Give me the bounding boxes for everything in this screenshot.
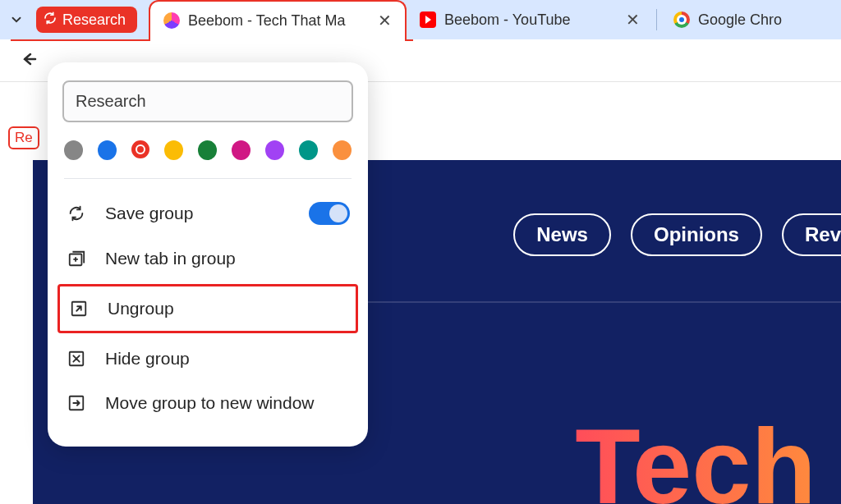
swatch-red-selected[interactable] bbox=[131, 140, 149, 158]
swatch-pink[interactable] bbox=[232, 140, 250, 160]
tabgroup-context-menu: Save group New tab in group Ungroup Hide… bbox=[48, 62, 368, 447]
menu-label: Save group bbox=[105, 204, 193, 223]
hero-divider bbox=[361, 301, 841, 303]
save-group-toggle[interactable] bbox=[309, 202, 350, 225]
nav-pill-reviews[interactable]: Rev bbox=[782, 213, 841, 256]
menu-new-tab[interactable]: New tab in group bbox=[62, 236, 353, 281]
tab-youtube[interactable]: Beebom - YouTube ✕ bbox=[407, 0, 653, 39]
back-arrow-icon[interactable] bbox=[18, 49, 38, 72]
tab-chrome[interactable]: Google Chro bbox=[660, 0, 800, 39]
hero-big-text: Tech bbox=[575, 405, 816, 504]
close-icon[interactable]: ✕ bbox=[626, 10, 640, 30]
chrome-favicon bbox=[673, 11, 690, 28]
menu-label: New tab in group bbox=[105, 249, 236, 268]
beebom-favicon bbox=[163, 12, 180, 29]
hero-nav: News Opinions Rev bbox=[513, 213, 841, 256]
tab-title: Google Chro bbox=[698, 11, 782, 29]
sync-icon bbox=[66, 203, 87, 224]
group-name-input[interactable] bbox=[62, 80, 353, 122]
color-swatch-row bbox=[64, 140, 352, 179]
swatch-grey[interactable] bbox=[64, 140, 83, 160]
swatch-purple[interactable] bbox=[265, 140, 284, 160]
menu-hide-group[interactable]: Hide group bbox=[62, 337, 353, 381]
tab-separator bbox=[656, 9, 657, 30]
new-tab-icon bbox=[66, 248, 87, 269]
swatch-green[interactable] bbox=[198, 140, 217, 160]
close-icon[interactable]: ✕ bbox=[378, 11, 392, 30]
menu-label: Ungroup bbox=[108, 299, 174, 318]
tab-search-caret[interactable] bbox=[5, 8, 28, 31]
swatch-yellow[interactable] bbox=[164, 140, 183, 160]
swatch-blue[interactable] bbox=[98, 140, 117, 160]
sync-icon bbox=[43, 11, 57, 30]
tab-title: Beebom - YouTube bbox=[444, 11, 618, 29]
tab-active[interactable]: Beebom - Tech That Ma ✕ bbox=[149, 0, 407, 39]
swatch-teal[interactable] bbox=[299, 140, 318, 160]
tab-group-chip[interactable]: Research bbox=[36, 7, 137, 33]
tab-title: Beebom - Tech That Ma bbox=[188, 12, 370, 30]
swatch-orange[interactable] bbox=[333, 140, 352, 160]
menu-label: Move group to new window bbox=[105, 393, 314, 413]
menu-save-group[interactable]: Save group bbox=[62, 190, 353, 236]
tab-strip: Research Beebom - Tech That Ma ✕ Beebom … bbox=[0, 0, 841, 39]
menu-label: Hide group bbox=[105, 349, 190, 369]
hide-icon bbox=[66, 348, 87, 369]
menu-ungroup[interactable]: Ungroup bbox=[57, 284, 358, 333]
youtube-favicon bbox=[420, 11, 436, 28]
move-window-icon bbox=[66, 392, 87, 414]
menu-move-group[interactable]: Move group to new window bbox=[62, 381, 353, 425]
group-chip-bookmarkbar[interactable]: Re bbox=[8, 126, 39, 149]
ungroup-icon bbox=[68, 298, 90, 319]
group-chip-label: Research bbox=[62, 11, 126, 29]
nav-pill-opinions[interactable]: Opinions bbox=[631, 213, 762, 256]
nav-pill-news[interactable]: News bbox=[513, 213, 611, 256]
